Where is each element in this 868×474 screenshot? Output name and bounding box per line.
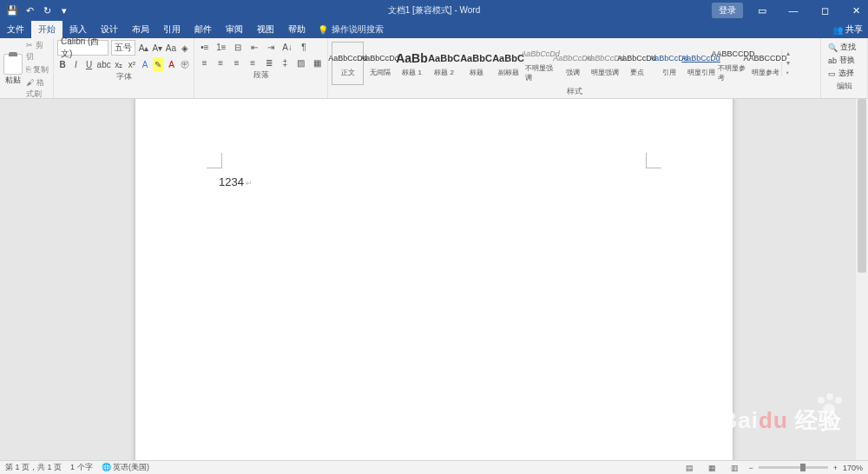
style-item-7[interactable]: AaBbCcDd强调 [556, 42, 589, 85]
document-area[interactable]: 1234 [0, 99, 868, 460]
align-center-icon[interactable]: ≡ [214, 56, 228, 69]
highlight-icon[interactable]: ✎ [153, 57, 163, 71]
scroll-thumb[interactable] [858, 99, 866, 273]
style-preview: AaBbCcDd [360, 49, 399, 68]
styles-more-button[interactable]: ▴ ▾ ▪ [781, 49, 793, 76]
style-item-0[interactable]: AaBbCcDd正文 [332, 42, 364, 85]
multilevel-list-icon[interactable]: ⊟ [231, 40, 245, 54]
line-spacing-icon[interactable]: ‡ [279, 56, 293, 69]
tab-file[interactable]: 文件 [0, 21, 31, 38]
maximize-icon[interactable]: ◻ [812, 0, 837, 21]
tab-review[interactable]: 审阅 [219, 21, 250, 38]
zoom-in-icon[interactable]: + [833, 464, 838, 472]
web-layout-icon[interactable]: ▥ [726, 463, 743, 473]
vertical-scrollbar[interactable] [856, 99, 868, 460]
font-family-combo[interactable]: Calibri (西文) [57, 40, 108, 56]
redo-icon[interactable]: ↻ [40, 3, 54, 17]
minimize-icon[interactable]: — [781, 0, 806, 21]
decrease-indent-icon[interactable]: ⇤ [247, 40, 261, 54]
change-case-icon[interactable]: Aa [166, 41, 177, 55]
underline-button[interactable]: U [83, 57, 94, 71]
page[interactable]: 1234 [135, 99, 733, 460]
margin-mark-tr [646, 153, 661, 168]
style-name: 明显强调 [591, 68, 619, 77]
font-color-icon[interactable]: A [167, 57, 177, 71]
document-text[interactable]: 1234 [219, 175, 253, 188]
share-icon: 👥 [832, 25, 843, 35]
shrink-font-icon[interactable]: A▾ [152, 41, 163, 55]
strikethrough-button[interactable]: abc [97, 57, 111, 71]
zoom-slider[interactable] [759, 466, 828, 469]
share-button[interactable]: 👥 共享 [832, 21, 863, 38]
tell-me-label: 操作说明搜索 [332, 23, 384, 36]
tab-layout[interactable]: 布局 [125, 21, 156, 38]
format-painter-button[interactable]: 🖌 格式刷 [26, 77, 49, 100]
tab-references[interactable]: 引用 [156, 21, 187, 38]
numbering-icon[interactable]: 1≡ [214, 40, 228, 54]
ribbon-display-icon[interactable]: ▭ [750, 0, 774, 21]
ribbon: 粘贴 ✂ 剪切 ⎘ 复制 🖌 格式刷 剪贴板 Calibri (西文) 五号 A… [0, 38, 868, 99]
phonetic-guide-icon[interactable]: ㊥ [180, 57, 190, 71]
sort-icon[interactable]: A↓ [280, 40, 294, 54]
style-item-10[interactable]: AaBbCcDd引用 [653, 42, 685, 85]
distributed-icon[interactable]: ≣ [262, 56, 276, 69]
cut-button[interactable]: ✂ 剪切 [26, 40, 49, 63]
style-item-8[interactable]: AaBbCcDd明显强调 [589, 42, 621, 85]
style-item-6[interactable]: AaBbCcDd不明显强调 [524, 42, 556, 85]
login-button[interactable]: 登录 [712, 3, 743, 18]
style-item-1[interactable]: AaBbCcDd无间隔 [364, 42, 396, 85]
close-icon[interactable]: ✕ [844, 0, 868, 21]
borders-icon[interactable]: ▦ [311, 56, 325, 69]
group-styles: AaBbCcDd正文AaBbCcDd无间隔AaBb标题 1AaBbC标题 2Aa… [328, 38, 821, 98]
justify-icon[interactable]: ≡ [247, 56, 260, 69]
clear-format-icon[interactable]: ◈ [179, 41, 190, 55]
page-indicator[interactable]: 第 1 页，共 1 页 [5, 462, 62, 473]
style-item-2[interactable]: AaBb标题 1 [396, 42, 428, 85]
quick-access-toolbar: 💾 ↶ ↻ ▾ [0, 3, 71, 17]
style-item-3[interactable]: AaBbC标题 2 [428, 42, 460, 85]
superscript-button[interactable]: x² [127, 57, 137, 71]
italic-button[interactable]: I [70, 57, 81, 71]
select-button[interactable]: ▭选择 [828, 68, 860, 79]
document-name: 文档1 [兼容模式] [388, 5, 452, 15]
tell-me-search[interactable]: 💡 操作说明搜索 [318, 21, 384, 38]
zoom-out-icon[interactable]: − [748, 464, 753, 472]
find-button[interactable]: 🔍查找 [828, 42, 860, 53]
align-left-icon[interactable]: ≡ [198, 56, 212, 69]
style-name: 副标题 [498, 68, 519, 77]
paste-button[interactable]: 粘贴 [3, 54, 23, 86]
subscript-button[interactable]: x₂ [114, 57, 124, 71]
print-layout-icon[interactable]: ▦ [703, 463, 720, 473]
language-indicator[interactable]: 🌐 英语(美国) [102, 462, 150, 473]
text-effects-icon[interactable]: A [140, 57, 150, 71]
style-item-4[interactable]: AaBbC标题 [460, 42, 492, 85]
style-item-5[interactable]: AaBbC副标题 [492, 42, 524, 85]
group-clipboard: 粘贴 ✂ 剪切 ⎘ 复制 🖌 格式刷 剪贴板 [0, 38, 54, 98]
tab-help[interactable]: 帮助 [281, 21, 312, 38]
qat-dropdown-icon[interactable]: ▾ [57, 3, 71, 17]
style-item-13[interactable]: AABBCCDD明显参考 [749, 42, 781, 85]
group-paragraph: •≡ 1≡ ⊟ ⇤ ⇥ A↓ ¶ ≡ ≡ ≡ ≡ ≣ ‡ ▨ ▦ 段落 [194, 38, 328, 98]
group-font: Calibri (西文) 五号 A▴ A▾ Aa ◈ B I U abc x₂ … [54, 38, 194, 98]
bullets-icon[interactable]: •≡ [198, 40, 212, 54]
show-marks-icon[interactable]: ¶ [297, 40, 311, 54]
style-name: 明显参考 [752, 68, 779, 77]
shading-icon[interactable]: ▨ [294, 56, 308, 69]
tab-view[interactable]: 视图 [250, 21, 281, 38]
undo-icon[interactable]: ↶ [23, 3, 36, 17]
style-item-9[interactable]: AaBbCcDd要点 [621, 42, 653, 85]
bold-button[interactable]: B [57, 57, 68, 71]
replace-button[interactable]: ab替换 [828, 55, 860, 66]
increase-indent-icon[interactable]: ⇥ [264, 40, 278, 54]
tab-mailings[interactable]: 邮件 [187, 21, 219, 38]
zoom-level[interactable]: 170% [843, 464, 863, 472]
align-right-icon[interactable]: ≡ [230, 56, 244, 69]
save-icon[interactable]: 💾 [5, 3, 19, 17]
tab-home[interactable]: 开始 [31, 21, 62, 38]
copy-button[interactable]: ⎘ 复制 [26, 64, 49, 76]
font-size-combo[interactable]: 五号 [111, 40, 136, 56]
chevron-down-icon: ▾ [786, 59, 790, 67]
read-mode-icon[interactable]: ▤ [681, 463, 698, 473]
grow-font-icon[interactable]: A▴ [138, 41, 149, 55]
word-count[interactable]: 1 个字 [70, 462, 93, 473]
